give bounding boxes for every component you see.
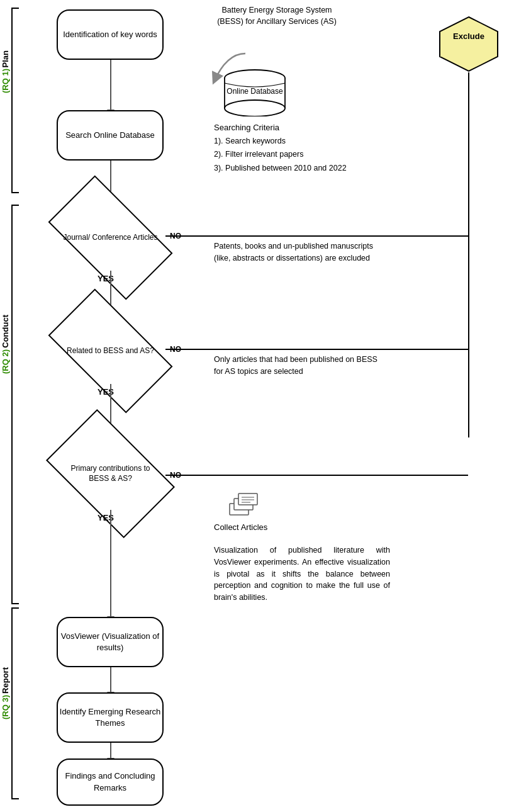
exclude-hexagon: Exclude [437, 16, 500, 72]
keywords-box: Identification of key words [57, 9, 164, 60]
vosviewer-box: VosViewer (Visualization of results) [57, 617, 164, 667]
online-database-label: Online Database [223, 87, 286, 96]
yes-primary-label: YES [98, 513, 114, 522]
svg-point-4 [225, 100, 285, 116]
emerging-box: Identify Emerging Research Themes [57, 692, 164, 743]
vosviewer-text-block: Visualization of published literature wi… [214, 544, 390, 604]
exclude-label: Exclude [437, 31, 500, 41]
report-label: Report (RQ 3) [1, 667, 9, 719]
online-database-cylinder: Online Database [223, 69, 286, 116]
yes-bess-label: YES [98, 387, 114, 397]
search-online-box: Search Online Database [57, 110, 164, 161]
diagram-container: Plan (RQ 1) Conduct (RQ 2) Report (RQ 3)… [0, 0, 531, 812]
report-bracket [11, 607, 19, 799]
yes-journal-label: YES [98, 274, 114, 283]
primary-diamond: Primary contributions to BESS & AS? [55, 437, 165, 510]
findings-box: Findings and Concluding Remarks [57, 758, 164, 806]
arrow-emerging-to-findings [110, 743, 111, 758]
bess-diamond: Related to BESS and AS? [55, 318, 165, 384]
no-journal-text: Patents, books and un-published manuscri… [214, 240, 377, 264]
bess-title: Battery Energy Storage System (BESS) for… [214, 5, 340, 27]
conduct-label: Conduct (RQ 2) [1, 315, 9, 374]
criteria-list: 1). Search keywords 2). Filter irrelevan… [214, 135, 359, 175]
searching-criteria-block: Searching Criteria 1). Search keywords 2… [214, 123, 359, 175]
arrow-vos-to-emerging [110, 667, 111, 692]
plan-label: Plan (RQ 1) [1, 50, 9, 93]
plan-bracket [11, 8, 19, 193]
collect-articles-label: Collect Articles [214, 522, 267, 532]
conduct-bracket [11, 205, 19, 604]
no-bess-line-h [165, 349, 468, 350]
journal-diamond: Journal/ Conference Articles [55, 205, 165, 271]
exclude-line-v [468, 72, 469, 437]
arrow-keywords-to-search [110, 60, 111, 110]
arrow-primary-to-vos [110, 510, 111, 617]
collect-articles-icon [226, 485, 277, 522]
no-primary-line-h [165, 475, 468, 476]
svg-rect-8 [238, 493, 257, 505]
no-journal-line-h [165, 235, 468, 237]
svg-marker-5 [440, 17, 498, 71]
no-bess-text: Only articles that had been published on… [214, 354, 384, 378]
